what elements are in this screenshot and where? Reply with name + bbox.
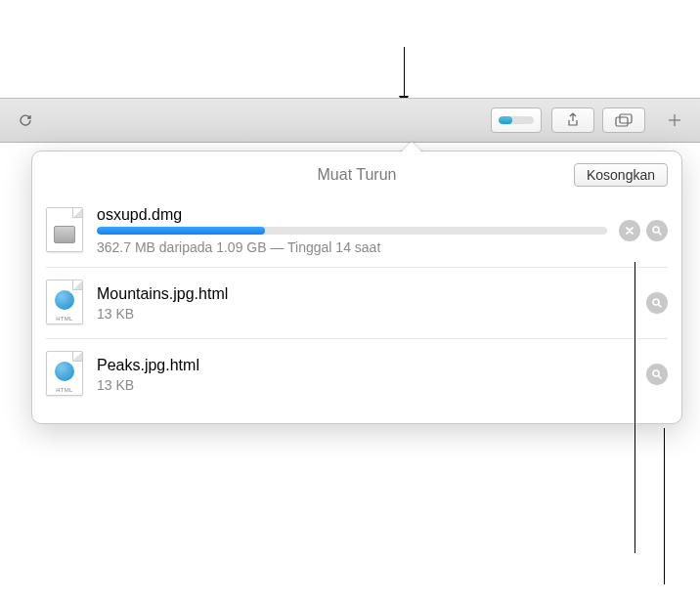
magnifier-icon (651, 297, 663, 309)
file-status: 13 KB (97, 377, 634, 393)
file-name: Mountains.jpg.html (97, 285, 634, 303)
download-list: osxupd.dmg 362.7 MB daripada 1.09 GB — T… (32, 194, 681, 423)
download-item: HTML Mountains.jpg.html 13 KB (46, 268, 668, 339)
magnifier-icon (651, 225, 663, 237)
stop-download-button[interactable] (619, 220, 640, 241)
new-tab-button[interactable] (657, 108, 692, 133)
reveal-in-finder-button[interactable] (646, 364, 668, 385)
clear-button-label: Kosongkan (587, 167, 655, 183)
svg-rect-1 (620, 114, 632, 123)
file-name: osxupd.dmg (97, 206, 607, 224)
callout-line (634, 262, 635, 553)
tabs-icon (615, 113, 633, 127)
file-icon-html: HTML (46, 351, 85, 398)
popover-header: Muat Turun Kosongkan (32, 151, 681, 194)
file-icon-dmg (46, 207, 85, 254)
file-info: Mountains.jpg.html 13 KB (97, 285, 634, 322)
close-icon (624, 225, 635, 237)
file-icon-html: HTML (46, 280, 85, 326)
reveal-in-finder-button[interactable] (646, 220, 668, 241)
downloads-popover: Muat Turun Kosongkan osxupd.dmg 362.7 MB… (31, 151, 682, 424)
magnifier-icon (651, 368, 663, 380)
plus-icon (668, 113, 681, 127)
reload-icon (18, 112, 33, 128)
svg-rect-0 (616, 117, 628, 126)
reveal-in-finder-button[interactable] (646, 292, 668, 314)
tabs-button[interactable] (602, 108, 645, 133)
file-info: osxupd.dmg 362.7 MB daripada 1.09 GB — T… (97, 206, 607, 255)
share-button[interactable] (551, 108, 594, 133)
browser-toolbar (0, 98, 700, 143)
progress-bar (97, 227, 607, 235)
clear-button[interactable]: Kosongkan (574, 163, 668, 187)
reload-button[interactable] (11, 108, 40, 132)
file-name: Peaks.jpg.html (97, 357, 634, 374)
downloads-button[interactable] (491, 108, 542, 133)
file-status: 362.7 MB daripada 1.09 GB — Tinggal 14 s… (97, 239, 607, 255)
callout-line (404, 47, 405, 102)
download-item: osxupd.dmg 362.7 MB daripada 1.09 GB — T… (46, 194, 668, 268)
downloads-mini-progress (499, 116, 534, 124)
callout-line (664, 428, 665, 584)
file-info: Peaks.jpg.html 13 KB (97, 357, 634, 393)
file-status: 13 KB (97, 306, 634, 322)
share-icon (566, 112, 580, 128)
progress-fill (97, 227, 265, 235)
download-item: HTML Peaks.jpg.html 13 KB (46, 339, 668, 409)
